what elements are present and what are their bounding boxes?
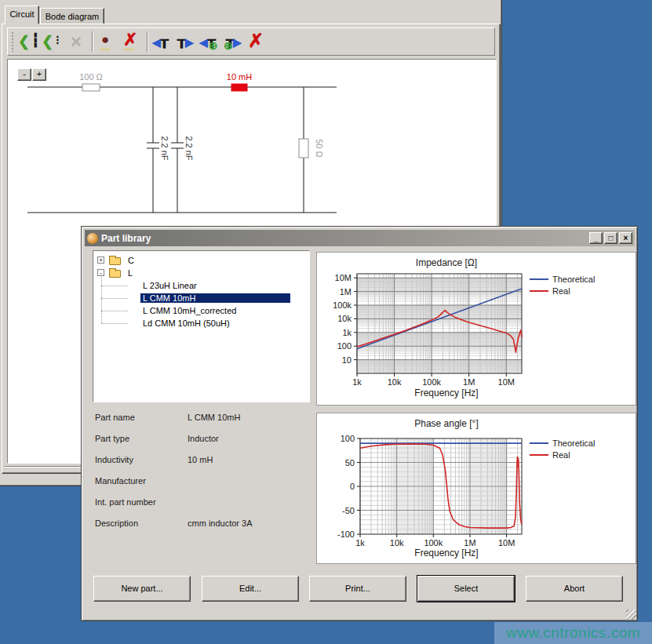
svg-text:100k: 100k bbox=[424, 538, 443, 548]
svg-text:1k: 1k bbox=[355, 538, 365, 548]
watermark-text: www.cntronics.com bbox=[506, 624, 640, 642]
zoom-out-button[interactable]: - bbox=[17, 68, 31, 81]
part-tree[interactable]: +C-LL 23uH LinearL CMM 10mHL CMM 10mH_co… bbox=[93, 250, 310, 402]
probe-move-right-icon[interactable]: ┰▶ bbox=[175, 31, 199, 53]
detail-label: Description bbox=[95, 518, 138, 528]
resistor-100-label: 100 Ω bbox=[79, 72, 103, 82]
resistor-50-symbol[interactable] bbox=[299, 139, 308, 158]
svg-text:0: 0 bbox=[350, 482, 355, 491]
detail-label: Part name bbox=[95, 413, 135, 422]
tree-connector bbox=[101, 298, 128, 299]
phase-chart: 1k10k100k1M10M100500-50-100 bbox=[317, 413, 636, 563]
tab-bode-diagram[interactable]: Bode diagram bbox=[40, 8, 104, 24]
svg-text:100: 100 bbox=[341, 434, 355, 443]
impedance-x-axis-label: Frequency [Hz] bbox=[317, 387, 576, 398]
probe-move-left-icon[interactable]: ┰◀ bbox=[151, 31, 175, 53]
minimize-button[interactable]: _ bbox=[589, 232, 603, 244]
print-button[interactable]: Print... bbox=[309, 576, 406, 602]
glyph: ⊕ bbox=[224, 40, 233, 51]
impedance-chart-panel: Impedance [Ω] 1k10k100k1M10M10M1M100k10k… bbox=[316, 252, 636, 406]
detail-value: cmm inductor 3A bbox=[188, 518, 253, 528]
legend-entry: Real bbox=[530, 449, 595, 460]
tree-item[interactable]: -L bbox=[93, 267, 309, 279]
svg-text:10M: 10M bbox=[498, 377, 515, 387]
glyph: ● bbox=[101, 33, 109, 46]
detail-label: Manufacturer bbox=[95, 476, 146, 486]
tree-guide-line bbox=[101, 275, 102, 323]
tree-item[interactable]: Ld CMM 10mH (50uH) bbox=[93, 317, 309, 329]
tree-item-label: C bbox=[126, 256, 136, 265]
watermark-band: www.cntronics.com bbox=[494, 622, 652, 644]
tree-item[interactable]: L CMM 10mH_corrected bbox=[93, 304, 309, 317]
impedance-chart-title: Impedance [Ω] bbox=[317, 257, 576, 268]
legend-label: Real bbox=[552, 286, 570, 296]
tree-connector bbox=[101, 311, 128, 311]
dialog-titlebar[interactable]: Part library _□× bbox=[85, 230, 635, 246]
glyph: ❮ bbox=[42, 35, 53, 49]
legend-line-sample bbox=[530, 442, 548, 444]
tree-item[interactable]: L 23uH Linear bbox=[93, 279, 309, 292]
resize-grip[interactable] bbox=[626, 609, 636, 620]
legend-label: Theoretical bbox=[552, 438, 595, 448]
tree-item[interactable]: +C bbox=[93, 254, 309, 267]
insert-part-series-icon[interactable]: ❮┇ bbox=[18, 31, 42, 53]
impedance-legend: TheoreticalReal bbox=[530, 273, 595, 297]
tab-circuit[interactable]: Circuit bbox=[5, 5, 39, 24]
legend-line-sample bbox=[530, 278, 548, 280]
delete-part-icon[interactable]: ▬✗ bbox=[120, 31, 144, 53]
tree-item-label-selected: L CMM 10mH bbox=[140, 293, 290, 303]
legend-label: Real bbox=[552, 450, 570, 460]
legend-entry: Theoretical bbox=[530, 273, 595, 285]
legend-line-sample bbox=[530, 290, 548, 292]
inductor-10mh-label: 10 mH bbox=[227, 72, 252, 82]
glyph: ┇ bbox=[31, 34, 39, 47]
svg-text:10M: 10M bbox=[335, 273, 351, 282]
svg-text:1k: 1k bbox=[342, 328, 351, 337]
capacitor-2-label: 2.2 nF bbox=[184, 136, 194, 160]
probe-delete-icon[interactable]: ✗ bbox=[246, 31, 269, 53]
dialog-title: Part library bbox=[101, 233, 588, 244]
toolbar-grip-handle[interactable] bbox=[11, 31, 14, 52]
svg-text:1M: 1M bbox=[463, 377, 475, 387]
phase-chart-title: Phase angle [°] bbox=[317, 418, 576, 429]
maximize-button[interactable]: □ bbox=[604, 232, 617, 244]
part-library-bug-icon[interactable]: ▬● bbox=[97, 31, 120, 53]
tree-item-label: L 23uH Linear bbox=[140, 281, 290, 290]
edit-button[interactable]: Edit... bbox=[202, 576, 299, 602]
resistor-100-symbol[interactable] bbox=[82, 84, 100, 91]
select-button[interactable]: Select bbox=[417, 576, 515, 602]
glyph: ┰ bbox=[160, 33, 169, 47]
probe-insert-right-icon[interactable]: ┰▶⊕ bbox=[222, 31, 246, 53]
tree-connector bbox=[101, 323, 128, 324]
insert-part-parallel-icon[interactable]: ❮⁝ bbox=[42, 31, 65, 53]
cut-part-icon[interactable]: ✕ bbox=[65, 31, 89, 53]
svg-text:100k: 100k bbox=[333, 300, 351, 310]
glyph: ▶ bbox=[233, 37, 242, 48]
phase-legend: TheoreticalReal bbox=[530, 437, 595, 460]
legend-entry: Theoretical bbox=[530, 437, 595, 449]
svg-text:10M: 10M bbox=[498, 538, 515, 548]
toolbar-separator bbox=[147, 31, 148, 52]
svg-text:1M: 1M bbox=[340, 287, 351, 297]
svg-text:-100: -100 bbox=[337, 529, 355, 539]
glyph: ⁝ bbox=[56, 35, 60, 46]
inductor-10mh-symbol[interactable] bbox=[231, 84, 247, 91]
svg-text:1k: 1k bbox=[352, 377, 362, 387]
new-part-button[interactable]: New part... bbox=[93, 576, 191, 602]
capacitor-1-label: 2.2 nF bbox=[160, 136, 169, 160]
close-button[interactable]: × bbox=[619, 232, 632, 244]
probe-insert-left-icon[interactable]: ┰◀⊕ bbox=[199, 31, 222, 53]
svg-text:10k: 10k bbox=[388, 377, 402, 387]
svg-text:10k: 10k bbox=[390, 538, 404, 548]
tree-item[interactable]: L CMM 10mH bbox=[93, 292, 309, 304]
resistor-50-label: 50 Ω bbox=[315, 139, 324, 158]
abort-button[interactable]: Abort bbox=[526, 576, 623, 602]
zoom-in-button[interactable]: + bbox=[32, 68, 46, 81]
tree-connector bbox=[101, 286, 128, 286]
tree-expander-icon[interactable]: + bbox=[97, 257, 104, 264]
tree-item-label: L bbox=[126, 268, 134, 278]
svg-text:10: 10 bbox=[342, 355, 351, 365]
glyph: ◀ bbox=[199, 37, 208, 48]
svg-text:-50: -50 bbox=[342, 506, 355, 515]
svg-text:1M: 1M bbox=[464, 538, 475, 548]
